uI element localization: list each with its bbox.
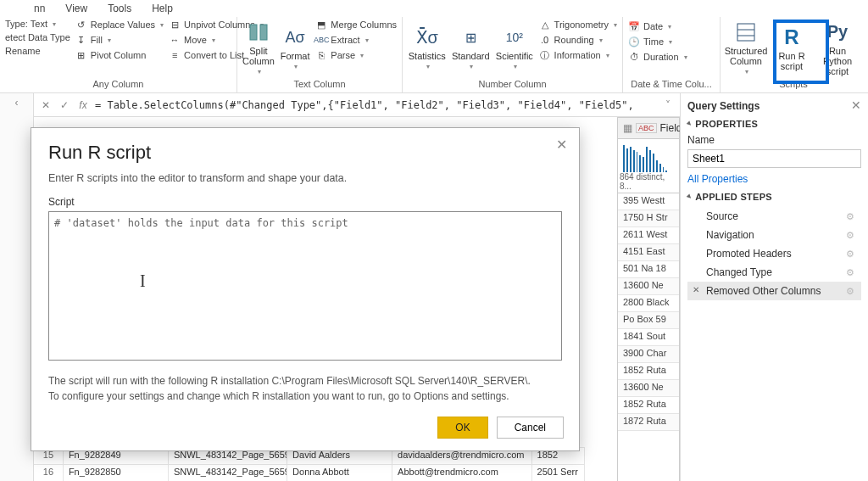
standard-button[interactable]: ⊞ Standard [452, 19, 491, 77]
ribbon-group-label: Date & Time Colu... [628, 77, 715, 91]
detect-data-type-button[interactable]: etect Data Type [5, 32, 70, 42]
trigonometry-button[interactable]: △Trigonometry [539, 19, 617, 31]
statistics-button[interactable]: X̄σ Statistics [408, 19, 447, 77]
dialog-close-icon[interactable]: ✕ [556, 137, 567, 153]
gear-icon[interactable]: ⚙ [846, 230, 854, 241]
table-cell[interactable]: 1852 Ruta [618, 397, 679, 414]
date-button[interactable]: 📅Date [628, 20, 687, 32]
rounding-button[interactable]: .0Rounding [539, 34, 617, 46]
gear-icon[interactable]: ⚙ [846, 267, 854, 278]
gear-icon[interactable]: ⚙ [846, 249, 854, 260]
ok-button[interactable]: OK [437, 417, 487, 439]
rounding-icon: .0 [539, 34, 551, 46]
bottom-rows: 15Fn_9282849SNWL_483142_Page_5659David A… [34, 447, 585, 481]
applied-step[interactable]: Source⚙ [687, 207, 861, 226]
extract-button[interactable]: ABCExtract [315, 34, 397, 46]
table-cell[interactable]: Po Box 59 [618, 312, 679, 329]
column-icon: ▦ [623, 122, 632, 134]
table-cell[interactable]: 2800 Black [618, 295, 679, 312]
ribbon-group-label: Scripts [726, 77, 861, 91]
sigma-icon: X̄σ [415, 25, 439, 49]
merge-columns-button[interactable]: ⬒Merge Columns [315, 19, 397, 31]
applied-step[interactable]: Changed Type⚙ [687, 263, 861, 282]
table-cell[interactable]: 1750 H Str [618, 210, 679, 227]
formula-bar: ✕ ✓ fx = Table.SelectColumns(#"Changed T… [34, 93, 680, 117]
table-cell[interactable]: 1872 Ruta [618, 414, 679, 431]
queries-pane-toggle[interactable]: ‹ [0, 93, 34, 481]
svg-rect-2 [737, 24, 754, 41]
format-button[interactable]: Aσ Format [280, 19, 310, 77]
replace-values-button[interactable]: ↺Replace Values [75, 19, 164, 31]
rename-button[interactable]: Rename [5, 46, 70, 56]
script-textarea[interactable] [48, 211, 562, 361]
applied-step[interactable]: Navigation⚙ [687, 226, 861, 244]
gear-icon[interactable]: ⚙ [846, 286, 854, 297]
split-column-button[interactable]: Split Column [242, 19, 275, 77]
ribbon-group-label: Text Column [242, 77, 397, 91]
ribbon-group-text-column: Split Column Aσ Format ⬒Merge Columns AB… [237, 17, 403, 92]
menu-item[interactable]: View [65, 3, 87, 14]
structured-column-button[interactable]: Structured Column [726, 19, 766, 77]
fill-button[interactable]: ↧Fill [75, 34, 164, 46]
ribbon: Type: Text etect Data Type Rename ↺Repla… [0, 17, 868, 93]
run-python-script-button[interactable]: Py Run Python script [817, 19, 858, 77]
column-header-field5[interactable]: ▦ ABC Field5 ▾ [617, 117, 680, 139]
table-cell: SNWL_483142_Page_5659 [169, 465, 287, 481]
cancel-formula-icon[interactable]: ✕ [39, 99, 53, 111]
calendar-icon: 📅 [628, 20, 640, 32]
table-cell[interactable]: 1841 Sout [618, 329, 679, 346]
name-label: Name [687, 134, 861, 146]
pivot-icon: ⊞ [75, 49, 87, 61]
menu-item[interactable]: Tools [108, 3, 131, 14]
table-cell[interactable]: 395 Westt [618, 193, 679, 210]
query-settings-pane: ✕ Query Settings PROPERTIES Name All Pro… [680, 93, 868, 481]
all-properties-link[interactable]: All Properties [687, 173, 748, 185]
data-type-icon[interactable]: ABC [636, 123, 657, 133]
column-values: 395 Westt1750 H Str2611 West4151 East501… [617, 193, 680, 481]
table-cell: Fn_9282850 [64, 465, 169, 481]
scientific-icon: 10² [503, 25, 526, 49]
split-icon [247, 20, 270, 44]
cancel-button[interactable]: Cancel [497, 417, 564, 439]
trig-icon: △ [539, 19, 551, 31]
table-cell[interactable]: 13600 Ne [618, 278, 679, 295]
time-button[interactable]: 🕒Time [628, 36, 687, 48]
script-label: Script [48, 196, 562, 208]
scientific-button[interactable]: 10² Scientific [495, 19, 534, 77]
gear-icon[interactable]: ⚙ [846, 211, 854, 222]
duration-button[interactable]: ⏱Duration [628, 51, 687, 63]
close-pane-icon[interactable]: ✕ [851, 98, 861, 112]
fill-icon: ↧ [75, 34, 87, 46]
table-cell[interactable]: 13600 Ne [618, 380, 679, 397]
menu-item[interactable]: nn [34, 3, 45, 14]
run-r-script-button[interactable]: R Run R script [771, 19, 812, 77]
list-icon: ≡ [169, 49, 181, 61]
parse-icon: ⎘ [315, 49, 327, 61]
fx-icon[interactable]: fx [76, 99, 90, 111]
table-cell[interactable]: 501 Na 18 [618, 261, 679, 278]
table-cell[interactable]: 4151 East [618, 244, 679, 261]
applied-step[interactable]: Promoted Headers⚙ [687, 244, 861, 263]
table-cell[interactable]: 2611 West [618, 227, 679, 244]
svg-rect-0 [250, 25, 257, 40]
parse-button[interactable]: ⎘Parse [315, 49, 397, 61]
table-cell: Abbott@trendmicro.com [392, 465, 532, 481]
accept-formula-icon[interactable]: ✓ [58, 99, 71, 111]
formula-input[interactable]: = Table.SelectColumns(#"Changed Type",{"… [95, 99, 656, 111]
expand-formula-icon[interactable]: ˅ [661, 99, 675, 111]
dialog-subtitle: Enter R scripts into the editor to trans… [48, 172, 562, 184]
applied-step[interactable]: Removed Other Columns⚙ [687, 282, 861, 300]
data-type-dropdown[interactable]: Type: Text [5, 19, 70, 29]
menu-item[interactable]: Help [152, 3, 173, 14]
table-row[interactable]: 16Fn_9282850SNWL_483142_Page_5659Donna A… [34, 464, 585, 481]
text-cursor-icon: I [140, 271, 146, 291]
pivot-column-button[interactable]: ⊞Pivot Column [75, 49, 164, 61]
information-button[interactable]: ⓘInformation [539, 49, 617, 61]
properties-heading: PROPERTIES [687, 119, 861, 129]
unpivot-icon: ⊟ [169, 19, 181, 31]
menubar: nn View Tools Help [0, 0, 868, 17]
table-cell[interactable]: 3900 Char [618, 346, 679, 363]
table-cell[interactable]: 1852 Ruta [618, 363, 679, 380]
format-icon: Aσ [283, 25, 307, 49]
query-name-input[interactable] [687, 149, 861, 168]
